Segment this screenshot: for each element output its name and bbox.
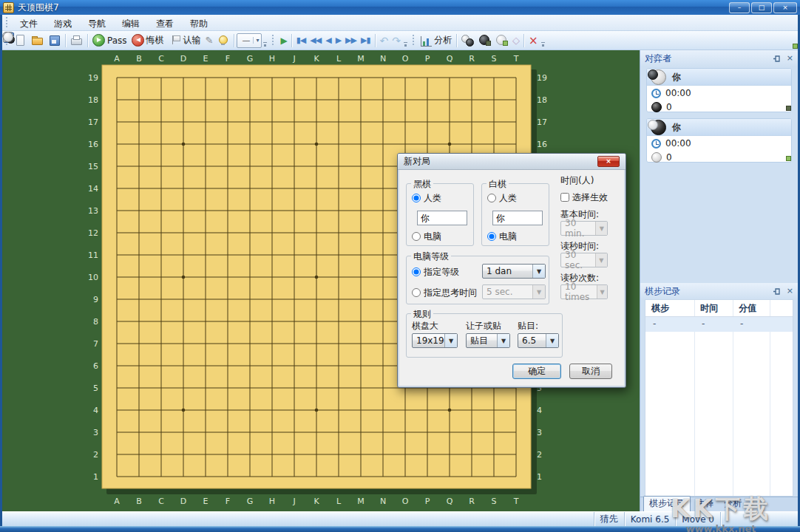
byoyomi-time-combo[interactable]: 30 sec. ▼ [560,253,608,267]
nav-forward-icon[interactable]: ▶ [333,33,343,48]
svg-text:K: K [313,54,319,64]
players-panel-title: 对弈者 [645,52,671,65]
black-human-radio[interactable]: 人类 [412,193,441,203]
eraser-icon[interactable]: ◇ [510,33,521,48]
pass-button[interactable]: Pass [90,33,129,48]
time-effect-checkbox[interactable]: 选择生效 [560,192,608,202]
edit-pencil-icon[interactable]: ✎ [203,33,215,48]
menu-item[interactable]: 帮助 [182,17,216,30]
moves-panel-close-icon[interactable]: × [787,287,793,295]
menu-item[interactable]: 查看 [148,17,182,30]
white-stone-icon[interactable] [493,33,510,48]
maximize-button[interactable]: □ [751,2,772,13]
hint-bulb-icon[interactable] [214,33,231,48]
toolbar-overflow-icon[interactable] [262,34,268,47]
level-combo[interactable]: 1 dan ▼ [482,264,546,279]
dialog-titlebar[interactable]: 新对局 × [398,154,626,170]
stones-pair-icon[interactable] [459,33,476,48]
basic-time-combo[interactable]: 30 min. ▼ [560,221,608,236]
nav-first-icon[interactable]: ▮◀ [294,33,308,48]
moves-column-header[interactable]: 时间 [694,300,733,316]
black-stone-icon[interactable] [476,33,493,48]
toolbar-separator [523,34,524,47]
dialog-close-button[interactable]: × [597,156,620,167]
table-row[interactable]: --- [645,317,793,332]
resign-button[interactable]: 认输 [166,33,203,48]
chevron-down-icon: ▼ [595,222,607,235]
handicap-combo[interactable]: 贴目 ▼ [466,333,510,348]
nav-fast-back-icon: ◀◀ [310,35,321,47]
open-file-icon [31,34,44,47]
player-captures: 0 [666,102,672,112]
think-time-radio[interactable]: 指定思考时间 [412,287,477,298]
pin-icon[interactable] [773,55,781,63]
redo-icon[interactable]: ↷ [390,33,402,48]
moves-column-header[interactable]: 棋步 [645,300,694,316]
black-name-input[interactable] [417,211,467,225]
players-panel-close-icon[interactable]: × [787,55,793,62]
komi-combo[interactable]: 6.5 ▼ [518,333,559,348]
toolbar-overflow-icon[interactable] [403,34,408,47]
undo-move-button[interactable]: 悔棋 [129,33,166,48]
black-group-title: 黑棋 [411,178,433,191]
white-name-input[interactable] [492,211,543,225]
nav-fast-back-icon[interactable]: ◀◀ [308,33,323,48]
svg-text:T: T [513,497,519,506]
tab-analysis[interactable]: 分析 [719,497,747,511]
save-icon[interactable] [46,33,63,48]
tab-comments[interactable]: 注释 [691,497,719,511]
ok-button[interactable]: 确定 [512,364,561,379]
tab-moves[interactable]: 棋步记录 [643,496,691,511]
toolbar-overflow-icon[interactable] [540,34,546,47]
svg-text:3: 3 [537,428,542,437]
undo-icon[interactable]: ↶ [378,33,390,48]
print-icon[interactable] [68,33,85,48]
cancel-button[interactable]: 取消 [569,364,612,379]
nav-back-icon[interactable]: ◀ [323,33,333,48]
black-stone-icon [651,102,662,112]
player-name: 你 [672,121,681,134]
delete-icon: × [529,35,538,47]
delete-icon[interactable]: × [526,33,540,48]
moves-panel-header: 棋步记录 × [640,283,798,299]
status-cell: 猜先 [594,512,624,526]
play-icon[interactable]: ▶ [278,33,288,48]
stone-marker-dropdown[interactable]: —▾ [237,33,262,48]
nav-last-icon[interactable]: ▶▮ [359,33,373,48]
svg-text:C: C [158,54,164,64]
svg-text:16: 16 [88,140,98,149]
menu-item[interactable]: 游戏 [46,17,80,30]
white-computer-radio[interactable]: 电脑 [487,231,517,242]
svg-text:15: 15 [88,162,98,171]
toolbar-separator [234,34,234,47]
open-file-icon[interactable] [29,33,46,48]
svg-text:D: D [180,54,186,64]
menu-item[interactable]: 导航 [80,17,114,30]
moves-table-header: 棋步时间分值 [645,300,793,317]
nav-fast-forward-icon: ▶▶ [345,35,356,47]
moves-column-header[interactable]: 分值 [733,300,770,316]
svg-text:Q: Q [447,54,453,64]
undo-icon: ↶ [380,35,388,47]
board-size-combo[interactable]: 19x19 ▼ [412,333,458,348]
moves-table[interactable]: 棋步时间分值--- [645,299,793,497]
pin-icon[interactable] [773,287,781,296]
menu-item[interactable]: 编辑 [114,17,148,30]
byoyomi-count-combo[interactable]: 10 times ▼ [560,284,608,299]
nav-fast-forward-icon[interactable]: ▶▶ [343,33,359,48]
analyze-button[interactable]: 分析 [418,33,454,48]
white-human-radio[interactable]: 人类 [487,193,517,203]
window-close-button[interactable]: × [773,2,797,13]
fixed-level-radio[interactable]: 指定等级 [412,267,459,277]
menu-item[interactable]: 文件 [12,17,46,30]
svg-text:K: K [313,497,319,506]
black-computer-radio[interactable]: 电脑 [412,231,441,242]
toolbar: Pass悔棋认输✎—▾▶▮◀◀◀◀▶▶▶▶▮↶↷分析◇× [2,31,798,50]
window-titlebar: 天顶围棋7 – □ × [0,0,800,15]
minimize-button[interactable]: – [729,2,750,13]
svg-text:N: N [380,54,386,64]
player-time-row: 00:00 [647,136,791,150]
think-time-combo[interactable]: 5 sec. ▼ [482,284,546,299]
svg-text:2: 2 [93,450,98,460]
svg-text:B: B [136,497,142,506]
